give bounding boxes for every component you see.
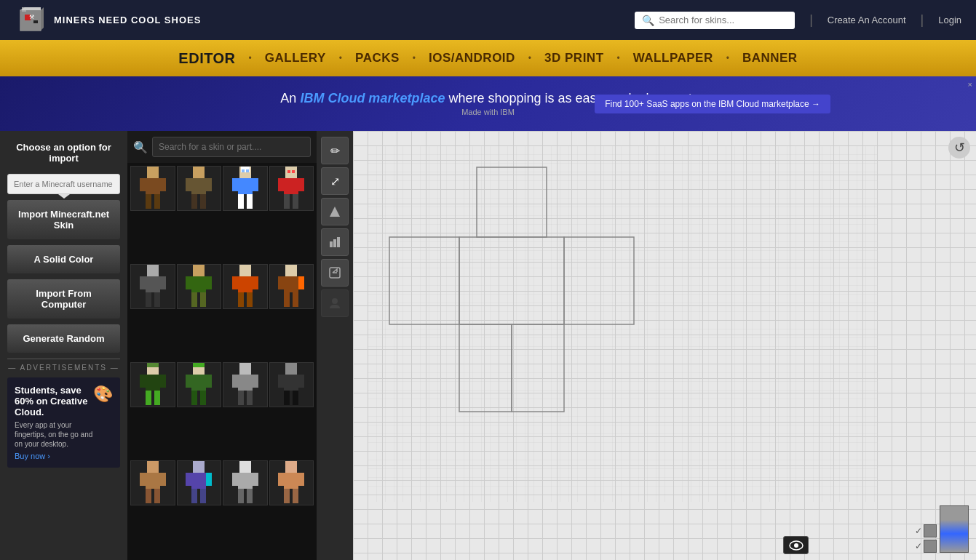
- svg-rect-19: [200, 194, 206, 209]
- svg-rect-37: [147, 265, 159, 276]
- skin-cell-6[interactable]: [177, 264, 222, 309]
- svg-rect-28: [246, 169, 249, 172]
- search-input[interactable]: [659, 15, 787, 25]
- skin-cell-5[interactable]: [130, 264, 175, 309]
- svg-rect-58: [298, 276, 304, 289]
- svg-rect-45: [186, 276, 191, 289]
- svg-rect-38: [146, 276, 160, 292]
- svg-rect-13: [154, 194, 160, 209]
- skin-cell-12[interactable]: [269, 362, 314, 407]
- svg-marker-5: [41, 7, 44, 31]
- nav-ios-android[interactable]: IOS/ANDROID: [417, 51, 527, 65]
- header: ⚒ MINERS NEED COOL SHOES 🔍 | Create An A…: [0, 0, 976, 40]
- generate-random-button[interactable]: Generate Random: [7, 324, 120, 353]
- svg-rect-47: [191, 292, 197, 307]
- svg-rect-39: [140, 276, 146, 289]
- logo-icon: ⚒: [15, 4, 47, 36]
- svg-rect-50: [238, 276, 253, 292]
- username-input[interactable]: [7, 174, 120, 194]
- ad-card-brand-icon: 🎨: [93, 385, 113, 404]
- create-account-link[interactable]: Create An Account: [828, 15, 906, 25]
- svg-rect-85: [284, 391, 290, 405]
- logo-area: ⚒ MINERS NEED COOL SHOES: [15, 4, 201, 36]
- nav-wallpaper[interactable]: WALLPAPER: [622, 51, 725, 65]
- svg-rect-90: [160, 473, 166, 486]
- skin-cell-11[interactable]: [223, 362, 268, 407]
- skin-cell-3[interactable]: [223, 166, 268, 211]
- solid-color-button[interactable]: A Solid Color: [7, 245, 120, 273]
- svg-rect-114: [333, 239, 336, 247]
- canvas-area[interactable]: ↺: [353, 131, 976, 560]
- svg-rect-23: [253, 178, 258, 191]
- skin-cell-1[interactable]: [130, 166, 175, 211]
- svg-rect-32: [298, 178, 304, 191]
- gallery-search-input[interactable]: [152, 137, 311, 157]
- stats-tool-button[interactable]: [321, 228, 349, 256]
- svg-rect-67: [147, 363, 159, 367]
- svg-rect-79: [238, 391, 244, 405]
- svg-rect-24: [238, 194, 244, 209]
- import-computer-button[interactable]: Import From Computer: [7, 279, 120, 319]
- mini-skin-preview: [940, 505, 969, 553]
- nav-banner[interactable]: BANNER: [731, 51, 809, 65]
- resize-tool-button[interactable]: ⤢: [321, 167, 349, 195]
- svg-rect-30: [284, 178, 298, 194]
- search-bar[interactable]: 🔍: [635, 12, 795, 29]
- ad-card-link[interactable]: Buy now ›: [15, 452, 50, 460]
- fill-tool-button[interactable]: [321, 198, 349, 225]
- skin-cell-9[interactable]: [130, 362, 175, 407]
- skin-cell-8[interactable]: [269, 264, 314, 309]
- nav-packs[interactable]: PACKS: [344, 51, 411, 65]
- ad-find-button[interactable]: Find 100+ SaaS apps on the IBM Cloud mar…: [595, 95, 830, 113]
- skin-cell-13[interactable]: [130, 460, 175, 505]
- skin-cell-2[interactable]: [177, 166, 222, 211]
- skin-cell-7[interactable]: [223, 264, 268, 309]
- svg-rect-112: [332, 215, 338, 217]
- import-mc-button[interactable]: Import Minecraft.net Skin: [7, 200, 120, 239]
- svg-rect-15: [191, 178, 206, 194]
- svg-rect-91: [146, 489, 151, 503]
- share-tool-button[interactable]: [321, 259, 349, 287]
- svg-rect-55: [285, 265, 297, 276]
- gallery-search-icon: 🔍: [133, 140, 148, 154]
- visibility-toggle-button[interactable]: [783, 536, 809, 554]
- svg-rect-73: [200, 391, 206, 405]
- svg-rect-89: [140, 473, 146, 486]
- ad-card-body: Every app at your fingertips, on the go …: [15, 420, 93, 449]
- nav-3dprint[interactable]: 3D PRINT: [533, 51, 615, 65]
- header-divider: |: [809, 12, 813, 28]
- svg-rect-100: [238, 473, 253, 489]
- svg-rect-31: [278, 178, 284, 191]
- svg-rect-21: [238, 178, 253, 194]
- nav-gallery[interactable]: GALLERY: [253, 51, 338, 65]
- svg-rect-81: [285, 363, 297, 375]
- left-panel: Choose an option for import Import Minec…: [0, 131, 127, 560]
- undo-button[interactable]: ↺: [948, 137, 970, 159]
- login-link[interactable]: Login: [938, 15, 961, 25]
- svg-rect-99: [239, 461, 251, 473]
- svg-rect-8: [147, 167, 159, 178]
- skin-cell-15[interactable]: [223, 460, 268, 505]
- svg-rect-48: [200, 292, 206, 307]
- svg-rect-98: [200, 489, 206, 503]
- svg-rect-101: [232, 473, 238, 486]
- svg-rect-10: [140, 178, 146, 191]
- svg-rect-27: [242, 169, 245, 172]
- ad-card: Students, save 60% on Creative Cloud. Ev…: [7, 377, 120, 468]
- nav-editor[interactable]: EDITOR: [167, 50, 247, 67]
- search-icon: 🔍: [642, 15, 654, 26]
- main-content: Choose an option for import Import Minec…: [0, 131, 976, 560]
- svg-rect-103: [238, 489, 244, 503]
- svg-rect-51: [232, 276, 238, 289]
- skin-cell-16[interactable]: [269, 460, 314, 505]
- ad-close-button[interactable]: ×: [968, 80, 972, 89]
- svg-rect-70: [186, 375, 191, 388]
- username-input-wrapper: [7, 174, 120, 194]
- pencil-tool-button[interactable]: ✏: [321, 137, 349, 164]
- svg-rect-109: [284, 489, 290, 503]
- skin-cell-10[interactable]: [177, 362, 222, 407]
- svg-rect-29: [285, 167, 297, 178]
- skin-cell-14[interactable]: [177, 460, 222, 505]
- skin-cell-4[interactable]: [269, 166, 314, 211]
- header-divider-2: |: [921, 12, 924, 28]
